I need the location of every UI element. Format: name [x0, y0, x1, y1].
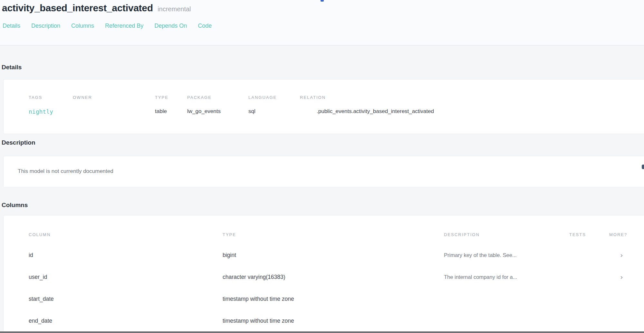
detail-field-package: PACKAGE lw_go_events	[187, 95, 248, 134]
detail-label: LANGUAGE	[248, 95, 300, 100]
detail-field-owner: OWNER	[73, 95, 155, 134]
relation-value: .public_events.activity_based_interest_a…	[300, 108, 644, 115]
tab-depends-on[interactable]: Depends On	[154, 23, 187, 29]
tab-description[interactable]: Description	[31, 23, 60, 29]
anchor-tabs: Details Description Columns Referenced B…	[2, 23, 644, 29]
page-title: activity_based_interest_activated	[2, 3, 153, 13]
tab-columns[interactable]: Columns	[71, 23, 94, 29]
row-expand-chevron-icon	[609, 288, 644, 310]
window-bottom-edge	[0, 331, 644, 333]
tab-details[interactable]: Details	[3, 23, 20, 29]
description-section-heading: Description	[2, 139, 644, 146]
detail-label: TYPE	[155, 95, 187, 100]
description-card: This model is not currently documented	[3, 156, 644, 187]
model-header: activity_based_interest_activated increm…	[0, 0, 644, 46]
clipped-element-fragment	[321, 0, 324, 2]
tag-link-nightly[interactable]: nightly	[29, 108, 53, 115]
column-tests-cell	[569, 244, 609, 266]
detail-field-type: TYPE table	[155, 95, 187, 134]
detail-label: RELATION	[300, 95, 644, 100]
column-name-cell: end_date	[4, 310, 223, 332]
column-row-start-date[interactable]: start_date timestamp without time zone	[4, 288, 644, 310]
column-row-end-date[interactable]: end_date timestamp without time zone	[4, 310, 644, 332]
clipped-edge-element	[642, 165, 644, 169]
columns-card: COLUMN TYPE DESCRIPTION TESTS MORE? id b…	[3, 215, 644, 333]
tab-code[interactable]: Code	[198, 23, 212, 29]
column-row-id[interactable]: id bigint Primary key of the table. See.…	[4, 244, 644, 266]
column-header-column: COLUMN	[4, 215, 223, 244]
column-header-tests: TESTS	[569, 215, 609, 244]
column-row-user-id[interactable]: user_id character varying(16383) The int…	[4, 266, 644, 288]
materialization-badge: incremental	[158, 5, 191, 13]
detail-value: lw_go_events	[187, 108, 248, 115]
columns-section-heading: Columns	[2, 202, 644, 209]
column-tests-cell	[569, 266, 609, 288]
column-type-cell: character varying(16383)	[223, 266, 444, 288]
detail-field-language: LANGUAGE sql	[248, 95, 300, 134]
columns-table: COLUMN TYPE DESCRIPTION TESTS MORE? id b…	[4, 215, 644, 332]
column-description-cell	[444, 288, 569, 310]
column-tests-cell	[569, 310, 609, 332]
detail-label: PACKAGE	[187, 95, 248, 100]
column-tests-cell	[569, 288, 609, 310]
detail-field-tags: TAGS nightly	[29, 95, 73, 134]
detail-label: TAGS	[29, 95, 73, 100]
column-description-cell: The internal company id for a...	[444, 266, 569, 288]
column-description-cell	[444, 310, 569, 332]
title-row: activity_based_interest_activated increm…	[2, 2, 644, 14]
detail-field-relation: RELATION .public_events.activity_based_i…	[300, 95, 644, 134]
description-text: This model is not currently documented	[18, 168, 644, 175]
column-type-cell: timestamp without time zone	[223, 310, 444, 332]
model-detail-content: Details TAGS nightly OWNER TYPE table PA…	[0, 46, 644, 333]
columns-table-header-row: COLUMN TYPE DESCRIPTION TESTS MORE?	[4, 215, 644, 244]
row-expand-chevron-icon[interactable]: ›	[609, 266, 644, 288]
details-card: TAGS nightly OWNER TYPE table PACKAGE lw…	[3, 79, 644, 134]
column-name-cell: id	[4, 244, 223, 266]
details-section-heading: Details	[2, 46, 644, 71]
column-type-cell: bigint	[223, 244, 444, 266]
detail-value: sql	[248, 108, 300, 115]
column-type-cell: timestamp without time zone	[223, 288, 444, 310]
column-header-more: MORE?	[609, 215, 644, 244]
column-name-cell: user_id	[4, 266, 223, 288]
column-header-description: DESCRIPTION	[444, 215, 569, 244]
column-description-cell: Primary key of the table. See...	[444, 244, 569, 266]
column-name-cell: start_date	[4, 288, 223, 310]
detail-value: table	[155, 108, 187, 115]
tab-referenced-by[interactable]: Referenced By	[105, 23, 143, 29]
detail-label: OWNER	[73, 95, 155, 100]
row-expand-chevron-icon[interactable]: ›	[609, 244, 644, 266]
column-header-type: TYPE	[223, 215, 444, 244]
row-expand-chevron-icon	[609, 310, 644, 332]
